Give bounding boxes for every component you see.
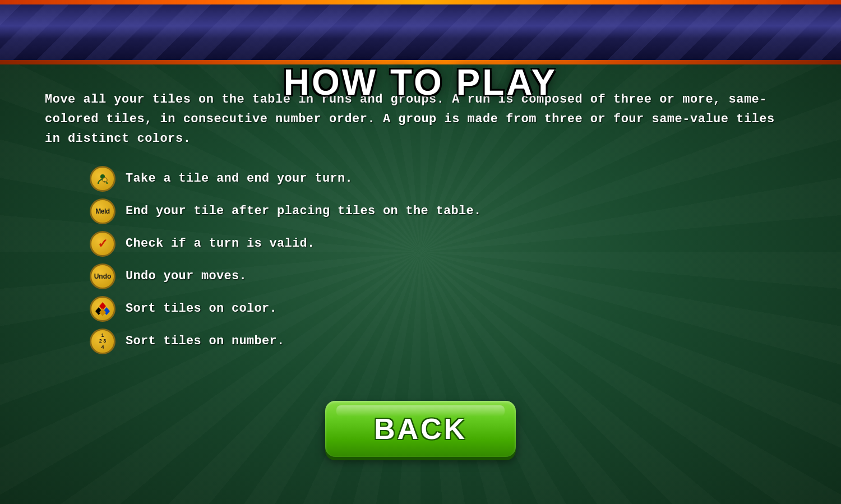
diamonds-svg [95, 301, 110, 317]
instruction-text-sort-number: Sort tiles on number. [126, 334, 285, 348]
undo-label: Undo [94, 272, 112, 280]
meld-label: Meld [95, 207, 109, 215]
list-item: Undo Undo your moves. [90, 263, 796, 289]
instruction-text-sort-color: Sort tiles on color. [126, 302, 277, 316]
page-title: HOW TO PLAY [284, 51, 558, 114]
instruction-text-check: Check if a turn is valid. [126, 237, 315, 251]
list-item: 1 2 3 4 Sort tiles on number. [90, 329, 796, 354]
list-item: + Take a tile and end your turn. [90, 166, 796, 192]
numbers-label: 1 2 3 4 [99, 332, 107, 350]
instruction-text-undo: Undo your moves. [126, 269, 247, 283]
check-icon: ✓ [90, 231, 115, 257]
instruction-text-meld: End your tile after placing tiles on the… [126, 204, 482, 218]
back-button-label: BACK [374, 412, 467, 446]
meld-icon: Meld [90, 198, 115, 224]
sort-number-icon: 1 2 3 4 [90, 329, 115, 354]
list-item: ✓ Check if a turn is valid. [90, 231, 796, 257]
header-stripe-top [0, 0, 841, 4]
draw-icon: + [90, 166, 115, 192]
content-area: Move all your tiles on the table in runs… [0, 73, 841, 504]
sort-color-icon [90, 296, 115, 322]
list-item: Sort tiles on color. [90, 296, 796, 322]
svg-text:+: + [104, 179, 106, 182]
back-button[interactable]: BACK [325, 401, 516, 457]
list-item: Meld End your tile after placing tiles o… [90, 198, 796, 224]
page-title-container: HOW TO PLAY [0, 64, 841, 100]
check-mark: ✓ [98, 237, 108, 251]
undo-icon: Undo [90, 263, 115, 289]
instruction-text-draw: Take a tile and end your turn. [126, 172, 353, 186]
instructions-list: + Take a tile and end your turn. Meld En… [90, 166, 796, 354]
person-svg: + [96, 173, 109, 185]
button-area: BACK [45, 371, 796, 493]
